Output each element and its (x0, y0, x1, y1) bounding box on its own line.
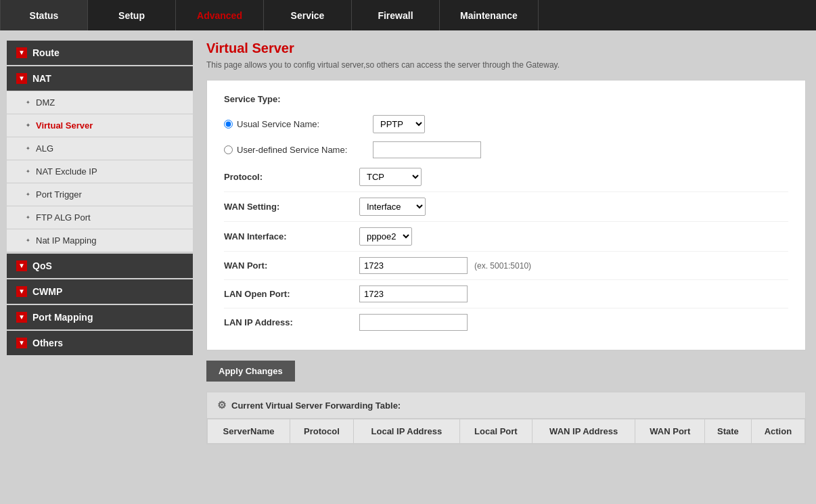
lan-open-port-row: LAN Open Port: (224, 280, 788, 308)
arrow-icon: ▼ (16, 338, 27, 348)
user-defined-service-row: User-defined Service Name: (224, 137, 788, 162)
col-wan-ip-address: WAN IP Address (532, 419, 635, 444)
sidebar-section-cwmp: ▼CWMP (7, 279, 193, 304)
forwarding-table-section: ⚙ Current Virtual Server Forwarding Tabl… (206, 392, 806, 444)
wan-interface-row: WAN Interface: pppoe2pppoe1wan (224, 222, 788, 252)
protocol-select[interactable]: TCPUDPTCP/UDP (359, 168, 422, 186)
sidebar-header-nat[interactable]: ▼NAT (7, 66, 193, 91)
sidebar-item-virtual-server[interactable]: Virtual Server (7, 114, 193, 137)
lan-open-port-input[interactable] (359, 285, 468, 302)
forwarding-table-header: ⚙ Current Virtual Server Forwarding Tabl… (207, 392, 805, 419)
sidebar-header-route[interactable]: ▼Route (7, 41, 193, 65)
sidebar-section-route: ▼Route (7, 41, 193, 65)
col-protocol: Protocol (290, 419, 353, 444)
wan-port-row: WAN Port: (ex. 5001:5010) (224, 252, 788, 280)
lan-ip-label: LAN IP Address: (224, 317, 359, 327)
sidebar-item-port-trigger[interactable]: Port Trigger (7, 183, 193, 206)
wan-interface-label: WAN Interface: (224, 231, 359, 242)
apply-changes-button[interactable]: Apply Changes (206, 361, 295, 382)
wan-interface-select[interactable]: pppoe2pppoe1wan (359, 227, 412, 246)
nav-item-setup[interactable]: Setup (88, 0, 176, 30)
arrow-icon: ▼ (16, 312, 27, 323)
sidebar: ▼Route▼NATDMZVirtual ServerALGNAT Exclud… (0, 30, 200, 504)
col-wan-port: WAN Port (635, 419, 705, 444)
wan-port-hint: (ex. 5001:5010) (474, 261, 531, 271)
page-title: Virtual Server (206, 41, 806, 56)
usual-service-name-radio[interactable] (224, 120, 233, 129)
sidebar-item-dmz[interactable]: DMZ (7, 91, 193, 114)
service-type-label: Service Type: (224, 94, 788, 104)
lan-open-port-label: LAN Open Port: (224, 289, 359, 299)
sidebar-section-qos: ▼QoS (7, 254, 193, 278)
user-defined-radio[interactable] (224, 145, 233, 154)
gear-icon: ⚙ (217, 399, 226, 411)
lan-ip-address-row: LAN IP Address: (224, 308, 788, 336)
lan-ip-input[interactable] (359, 314, 468, 331)
user-defined-radio-label[interactable]: User-defined Service Name: (224, 145, 373, 155)
sidebar-header-qos[interactable]: ▼QoS (7, 254, 193, 278)
forwarding-table: ServerNameProtocolLocal IP AddressLocal … (207, 419, 805, 444)
arrow-icon: ▼ (16, 47, 27, 58)
sidebar-section-port-mapping: ▼Port Mapping (7, 305, 193, 329)
col-action: Action (751, 419, 804, 444)
virtual-server-form: Service Type: Usual Service Name: PPTPFT… (206, 80, 806, 350)
wan-setting-select[interactable]: InterfaceIP Address (359, 198, 426, 216)
wan-setting-row: WAN Setting: InterfaceIP Address (224, 192, 788, 222)
protocol-row: Protocol: TCPUDPTCP/UDP (224, 162, 788, 192)
sidebar-section-nat: ▼NATDMZVirtual ServerALGNAT Exclude IPPo… (7, 66, 193, 252)
nav-item-firewall[interactable]: Firewall (352, 0, 440, 30)
arrow-icon: ▼ (16, 73, 27, 84)
nav-item-status[interactable]: Status (0, 0, 88, 30)
nav-item-advanced[interactable]: Advanced (176, 0, 264, 30)
col-local-ip-address: Local IP Address (353, 419, 459, 444)
col-local-port: Local Port (459, 419, 532, 444)
nav-item-service[interactable]: Service (264, 0, 352, 30)
usual-service-name-row: Usual Service Name: PPTPFTPHTTPHTTPSSSHT… (224, 111, 788, 137)
col-state: State (705, 419, 752, 444)
sidebar-header-cwmp[interactable]: ▼CWMP (7, 279, 193, 304)
sidebar-item-ftp-alg-port[interactable]: FTP ALG Port (7, 206, 193, 229)
nav-item-maintenance[interactable]: Maintenance (440, 0, 539, 30)
arrow-icon: ▼ (16, 260, 27, 271)
arrow-icon: ▼ (16, 286, 27, 297)
sidebar-item-alg[interactable]: ALG (7, 137, 193, 160)
sidebar-item-nat-ip-mapping[interactable]: Nat IP Mapping (7, 229, 193, 252)
usual-service-name-select[interactable]: PPTPFTPHTTPHTTPSSSHTelnetSMTPPOP3IMAP (373, 115, 425, 133)
page-description: This page allows you to config virtual s… (206, 60, 806, 70)
sidebar-header-others[interactable]: ▼Others (7, 331, 193, 355)
sidebar-header-port-mapping[interactable]: ▼Port Mapping (7, 305, 193, 329)
wan-setting-label: WAN Setting: (224, 202, 359, 212)
wan-port-input[interactable] (359, 257, 468, 274)
sidebar-section-others: ▼Others (7, 331, 193, 355)
content-area: Virtual Server This page allows you to c… (200, 30, 816, 504)
protocol-label: Protocol: (224, 172, 359, 182)
sidebar-item-nat-exclude-ip[interactable]: NAT Exclude IP (7, 160, 193, 183)
user-defined-service-input[interactable] (373, 141, 481, 158)
wan-port-label: WAN Port: (224, 260, 359, 271)
col-servername: ServerName (208, 419, 290, 444)
usual-service-name-radio-label[interactable]: Usual Service Name: (224, 119, 373, 129)
top-navigation: StatusSetupAdvancedServiceFirewallMainte… (0, 0, 816, 30)
forwarding-table-title: Current Virtual Server Forwarding Table: (231, 400, 401, 411)
